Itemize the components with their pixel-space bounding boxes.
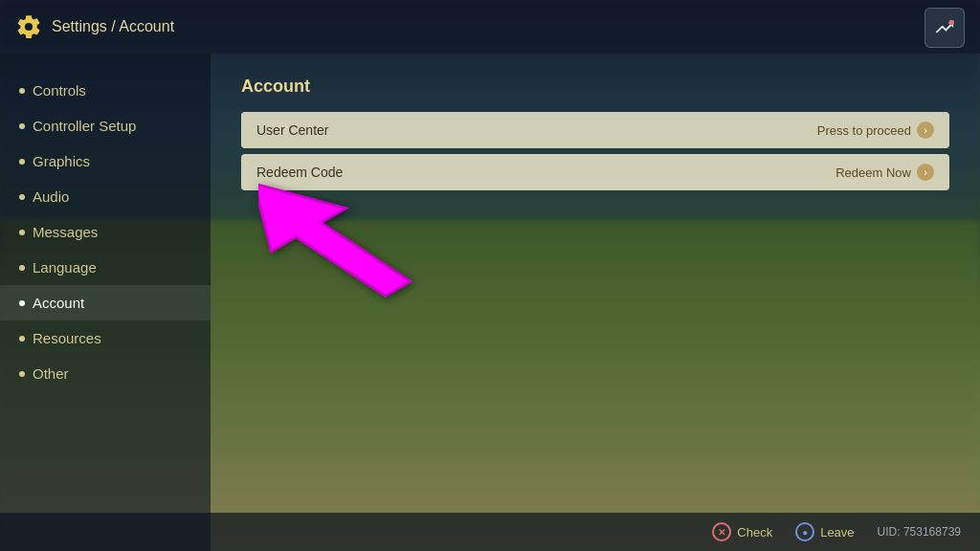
header-title-group: Settings / Account [15,13,174,40]
redeem-code-action-text: Redeem Now [835,165,911,180]
redeem-code-chevron: › [917,164,934,181]
sidebar-label-controller-setup: Controller Setup [33,118,136,134]
gear-icon [15,13,42,40]
chart-icon [934,17,955,38]
sidebar-item-other[interactable]: Other [0,356,211,391]
section-title: Account [241,77,949,97]
user-center-action: Press to proceed › [817,121,934,139]
redeem-code-label: Redeem Code [256,165,835,180]
sidebar-label-audio: Audio [33,188,69,205]
sidebar-item-account[interactable]: Account [0,285,211,320]
sidebar-label-messages: Messages [33,224,98,240]
bullet-account [19,300,25,306]
sidebar-label-other: Other [33,365,69,382]
bullet-messages [19,230,25,235]
uid-value: 753168739 [903,525,961,539]
sidebar-item-audio[interactable]: Audio [0,179,211,214]
sidebar-item-controller-setup[interactable]: Controller Setup [0,108,211,143]
sidebar-item-messages[interactable]: Messages [0,214,211,250]
sidebar-label-graphics: Graphics [33,153,90,169]
bullet-graphics [19,159,25,165]
top-bar: Settings / Account [0,0,980,54]
sidebar-item-resources[interactable]: Resources [0,320,211,356]
sidebar-label-controls: Controls [33,82,86,99]
uid-label: UID: [878,525,901,539]
bullet-controls [19,88,25,94]
user-center-action-text: Press to proceed [817,123,911,138]
sidebar-item-controls[interactable]: Controls [0,73,211,108]
sidebar-label-account: Account [33,295,84,311]
leave-action[interactable]: ● Leave [795,522,854,541]
check-label: Check [737,525,772,540]
bullet-language [19,265,25,271]
redeem-code-action: Redeem Now › [835,164,934,181]
bullet-other [19,371,25,377]
bullet-audio [19,194,25,200]
svg-point-0 [949,20,955,26]
sidebar-item-language[interactable]: Language [0,250,211,285]
sidebar-item-graphics[interactable]: Graphics [0,143,211,179]
leave-label: Leave [820,525,854,540]
header-title: Settings / Account [52,18,174,35]
bottom-bar: ✕ Check ● Leave UID: 753168739 [0,513,980,551]
redeem-code-row[interactable]: Redeem Code Redeem Now › [241,154,949,190]
check-button-icon: ✕ [712,522,731,541]
main-content: Account User Center Press to proceed › R… [211,54,980,551]
check-action[interactable]: ✕ Check [712,522,772,541]
user-center-chevron: › [917,121,934,139]
notifications-button[interactable] [924,8,965,48]
sidebar-label-language: Language [33,259,97,276]
user-center-row[interactable]: User Center Press to proceed › [241,112,949,148]
leave-button-icon: ● [795,522,814,541]
uid-display: UID: 753168739 [878,525,961,539]
sidebar: Controls Controller Setup Graphics Audio… [0,54,211,551]
user-center-label: User Center [256,122,817,138]
bullet-controller-setup [19,123,25,129]
sidebar-label-resources: Resources [33,330,101,346]
bullet-resources [19,336,25,342]
